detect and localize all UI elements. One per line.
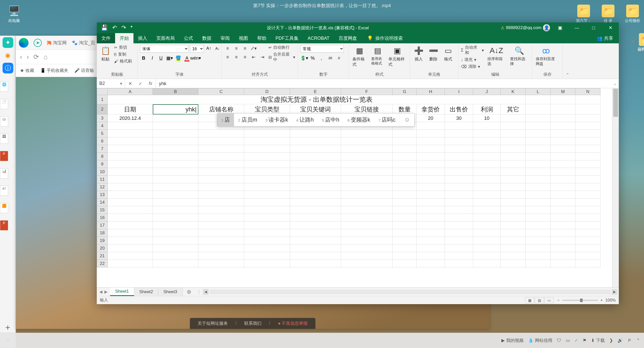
cell[interactable] [198, 130, 244, 137]
cell[interactable] [198, 153, 244, 160]
cell[interactable] [501, 206, 526, 214]
cell[interactable] [198, 260, 244, 267]
cell[interactable] [198, 168, 244, 176]
hscroll-track[interactable] [210, 290, 611, 294]
sheet-prev-button[interactable]: ◀ [99, 289, 102, 294]
cell[interactable] [393, 260, 417, 267]
cell[interactable] [290, 199, 341, 206]
minimize-button[interactable]: — [570, 22, 584, 33]
cell[interactable] [526, 153, 551, 160]
cell[interactable] [501, 237, 526, 244]
clear-button[interactable]: ⌫清除▾ [461, 64, 484, 69]
cell[interactable] [244, 214, 290, 222]
column-header[interactable]: E [290, 88, 341, 95]
paper-icon[interactable]: ▭ [566, 338, 570, 343]
cell[interactable] [393, 206, 417, 214]
active-cell[interactable]: yhk| [153, 104, 198, 114]
cell[interactable] [108, 260, 153, 267]
cell[interactable] [576, 214, 600, 222]
formula-input[interactable]: yhk [156, 79, 611, 88]
horizontal-scrollbar[interactable]: ⋮ ◀ ▶ [195, 288, 619, 296]
zoom-out-button[interactable]: − [557, 298, 559, 303]
cell[interactable] [393, 199, 417, 206]
cell[interactable] [290, 137, 341, 145]
bold-button[interactable]: B [140, 55, 147, 62]
cell[interactable] [445, 183, 473, 191]
save-icon[interactable]: 💾 [101, 24, 108, 31]
cell[interactable] [341, 237, 393, 244]
zoom-slider[interactable] [562, 300, 598, 301]
dock-app[interactable]: P [0, 151, 8, 161]
cell[interactable] [526, 176, 551, 183]
header-cell[interactable]: 店铺名称 [198, 104, 244, 114]
cell[interactable] [108, 214, 153, 222]
column-header[interactable]: G [393, 88, 417, 95]
cell[interactable] [244, 237, 290, 244]
cell[interactable] [244, 160, 290, 168]
cell[interactable] [473, 145, 501, 153]
cell[interactable] [108, 244, 153, 252]
cell[interactable] [290, 229, 341, 237]
cell[interactable] [341, 244, 393, 252]
cell[interactable] [393, 191, 417, 199]
row-header[interactable]: 10 [97, 168, 108, 176]
cell[interactable] [341, 137, 393, 145]
tab-review[interactable]: 审阅 [216, 33, 234, 43]
cell[interactable] [526, 130, 551, 137]
cell[interactable] [198, 176, 244, 183]
save-baidu-button[interactable]: ꝏ保存到百度网盘 [535, 45, 557, 67]
cell[interactable] [290, 244, 341, 252]
cell[interactable] [576, 252, 600, 260]
cell[interactable] [290, 260, 341, 267]
row-header[interactable]: 2 [97, 104, 108, 114]
bookmark-star[interactable]: ★ 收藏 [20, 68, 34, 73]
cell[interactable] [551, 237, 576, 244]
cell[interactable] [393, 160, 417, 168]
desktop-icon-thispc[interactable]: 🖥️ 此电脑 [5, 5, 23, 23]
cell[interactable] [244, 229, 290, 237]
cell[interactable] [445, 199, 473, 206]
cell[interactable] [526, 168, 551, 176]
cell[interactable] [393, 137, 417, 145]
cell[interactable] [244, 168, 290, 176]
cell[interactable] [393, 252, 417, 260]
cell[interactable] [551, 168, 576, 176]
sidebar-app-b[interactable]: ◉ [3, 50, 13, 61]
cell[interactable] [501, 229, 526, 237]
cell[interactable] [551, 199, 576, 206]
cell[interactable] [198, 183, 244, 191]
cell[interactable] [153, 229, 198, 237]
autosum-button[interactable]: Σ自动求和▾ [461, 45, 484, 56]
cell[interactable] [551, 130, 576, 137]
cell[interactable] [341, 252, 393, 260]
cell[interactable] [501, 153, 526, 160]
header-cell[interactable]: 出售价 [445, 104, 473, 114]
cell[interactable] [445, 130, 473, 137]
cell[interactable] [244, 260, 290, 267]
ime-candidate[interactable]: 1店 [217, 113, 234, 126]
cell[interactable] [153, 176, 198, 183]
format-table-button[interactable]: ▤套用表格格式 [370, 45, 385, 66]
qat-dropdown-icon[interactable]: ▾ [131, 24, 132, 31]
paste-button[interactable]: 📋 粘贴 [99, 45, 112, 62]
cell[interactable] [153, 244, 198, 252]
cell[interactable] [108, 222, 153, 229]
cell[interactable] [153, 191, 198, 199]
cell[interactable] [341, 153, 393, 160]
cell[interactable] [445, 176, 473, 183]
cell[interactable] [576, 222, 600, 229]
align-center-button[interactable]: ≡ [233, 54, 240, 61]
cell[interactable] [244, 244, 290, 252]
cell[interactable] [576, 104, 600, 114]
row-header[interactable]: 5 [97, 130, 108, 137]
back-button[interactable]: ‹ [20, 53, 22, 61]
cell[interactable] [417, 122, 445, 130]
sheet-tab[interactable]: Sheet2 [134, 288, 158, 296]
browser-tab[interactable]: 淘 淘宝网 [47, 40, 67, 46]
cell[interactable] [290, 176, 341, 183]
cell[interactable] [526, 114, 551, 122]
header-cell[interactable]: 宝贝链接 [341, 104, 393, 114]
cell[interactable] [526, 137, 551, 145]
cell[interactable] [445, 252, 473, 260]
cell[interactable] [198, 160, 244, 168]
